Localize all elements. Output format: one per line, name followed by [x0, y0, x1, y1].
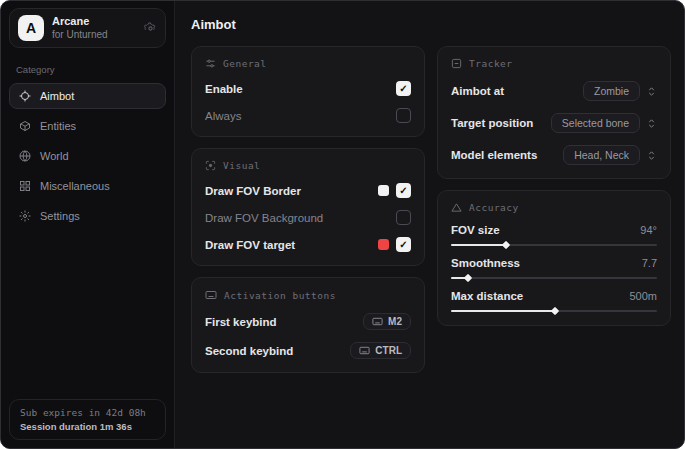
- second-keybind-button[interactable]: CTRL: [350, 342, 411, 359]
- setting-row-target-position: Target position Selected bone: [451, 113, 657, 133]
- fov-target-checkbox[interactable]: ✓: [396, 237, 411, 252]
- enable-checkbox[interactable]: ✓: [396, 81, 411, 96]
- slider-smoothness: Smoothness 7.7: [451, 257, 657, 279]
- sidebar-item-label: Entities: [40, 120, 76, 132]
- setting-row-aimbot-at: Aimbot at Zombie: [451, 81, 657, 101]
- tracker-card: Tracker Aimbot at Zombie Target position: [437, 46, 671, 179]
- crosshair-icon: [19, 90, 31, 102]
- fov-size-slider[interactable]: [451, 244, 657, 246]
- setting-label: Draw FOV Border: [205, 185, 301, 197]
- visual-card: Visual Draw FOV Border ✓ Draw FOV Backgr…: [191, 148, 425, 266]
- color-swatch[interactable]: [378, 185, 389, 196]
- slider-thumb[interactable]: [501, 241, 509, 249]
- sidebar-item-aimbot[interactable]: Aimbot: [9, 83, 166, 109]
- max-distance-slider[interactable]: [451, 310, 657, 312]
- slider-label: FOV size: [451, 224, 500, 236]
- keyboard-icon: [205, 289, 217, 301]
- setting-label: Draw FOV target: [205, 239, 295, 251]
- subscription-card: Sub expires in 42d 08h Session duration …: [9, 399, 166, 440]
- triangle-icon: [451, 202, 462, 213]
- app-title: Arcane: [52, 15, 136, 28]
- sidebar-item-miscellaneous[interactable]: Miscellaneous: [9, 173, 166, 199]
- sidebar-item-label: Miscellaneous: [40, 180, 110, 192]
- setting-row-always: Always: [205, 108, 411, 123]
- scan-eye-icon: [205, 160, 216, 171]
- target-position-select[interactable]: Selected bone: [551, 113, 640, 133]
- activation-card: Activation buttons First keybind M2 Seco…: [191, 277, 425, 373]
- setting-row-fov-background: Draw FOV Background: [205, 210, 411, 225]
- keyboard-icon: [372, 316, 383, 327]
- grid-icon: [19, 180, 31, 192]
- left-column: General Enable ✓ Always: [191, 46, 425, 373]
- fov-border-checkbox[interactable]: ✓: [396, 183, 411, 198]
- category-label: Category: [16, 64, 174, 75]
- card-title: Activation buttons: [224, 290, 336, 301]
- app-logo: A: [18, 15, 44, 41]
- setting-row-enable: Enable ✓: [205, 81, 411, 96]
- card-title: General: [223, 58, 267, 69]
- aimbot-at-select[interactable]: Zombie: [583, 81, 640, 101]
- accuracy-card: Accuracy FOV size 94° Smoothness: [437, 190, 671, 326]
- sidebar-item-label: Aimbot: [40, 90, 74, 102]
- page-title: Aimbot: [191, 17, 671, 32]
- setting-label: Target position: [451, 117, 533, 129]
- setting-label: First keybind: [205, 316, 277, 328]
- setting-label: Always: [205, 110, 241, 122]
- card-title: Tracker: [469, 58, 513, 69]
- sidebar-item-entities[interactable]: Entities: [9, 113, 166, 139]
- sidebar-item-settings[interactable]: Settings: [9, 203, 166, 229]
- color-swatch[interactable]: [378, 239, 389, 250]
- fov-background-checkbox[interactable]: [396, 210, 411, 225]
- keybind-value: CTRL: [375, 345, 402, 356]
- always-checkbox[interactable]: [396, 108, 411, 123]
- slider-fov-size: FOV size 94°: [451, 224, 657, 246]
- app-window: A Arcane for Unturned Category Aimbot: [0, 0, 685, 449]
- setting-row-second-keybind: Second keybind CTRL: [205, 342, 411, 359]
- slider-thumb[interactable]: [464, 274, 472, 282]
- setting-label: Draw FOV Background: [205, 212, 323, 224]
- first-keybind-button[interactable]: M2: [363, 313, 411, 330]
- sidebar: A Arcane for Unturned Category Aimbot: [1, 1, 175, 448]
- smoothness-slider[interactable]: [451, 277, 657, 279]
- sidebar-item-label: World: [40, 150, 69, 162]
- setting-row-model-elements: Model elements Head, Neck: [451, 145, 657, 165]
- sidebar-item-world[interactable]: World: [9, 143, 166, 169]
- slider-value: 7.7: [642, 257, 657, 269]
- unfold-icon[interactable]: [646, 86, 657, 97]
- minus-square-icon: [451, 58, 462, 69]
- brand-card: A Arcane for Unturned: [9, 8, 166, 48]
- brand-text: Arcane for Unturned: [52, 15, 136, 40]
- sub-expiry-text: Sub expires in 42d 08h: [20, 407, 155, 418]
- slider-max-distance: Max distance 500m: [451, 290, 657, 312]
- app-subtitle: for Unturned: [52, 29, 136, 41]
- setting-label: Model elements: [451, 149, 537, 161]
- setting-row-fov-target: Draw FOV target ✓: [205, 237, 411, 252]
- keybind-value: M2: [388, 316, 402, 327]
- slider-label: Smoothness: [451, 257, 520, 269]
- setting-label: Aimbot at: [451, 85, 504, 97]
- slider-label: Max distance: [451, 290, 523, 302]
- slider-value: 500m: [629, 290, 657, 302]
- sliders-icon: [205, 58, 216, 69]
- sidebar-item-label: Settings: [40, 210, 80, 222]
- unfold-icon[interactable]: [646, 118, 657, 129]
- setting-label: Enable: [205, 83, 243, 95]
- gear-icon: [19, 210, 31, 222]
- sync-icon[interactable]: [144, 22, 157, 35]
- slider-value: 94°: [640, 224, 657, 236]
- setting-row-fov-border: Draw FOV Border ✓: [205, 183, 411, 198]
- globe-icon: [19, 150, 31, 162]
- model-elements-select[interactable]: Head, Neck: [563, 145, 640, 165]
- setting-label: Second keybind: [205, 345, 293, 357]
- right-column: Tracker Aimbot at Zombie Target position: [437, 46, 671, 326]
- sidebar-nav: Aimbot Entities World Miscellaneous: [1, 83, 174, 229]
- general-card: General Enable ✓ Always: [191, 46, 425, 137]
- unfold-icon[interactable]: [646, 150, 657, 161]
- main-panel: Aimbot General Enable ✓: [175, 1, 684, 448]
- slider-thumb[interactable]: [551, 307, 559, 315]
- card-title: Visual: [223, 160, 260, 171]
- session-duration-text: Session duration 1m 36s: [20, 421, 155, 432]
- setting-row-first-keybind: First keybind M2: [205, 313, 411, 330]
- cube-icon: [19, 120, 31, 132]
- keyboard-icon: [359, 345, 370, 356]
